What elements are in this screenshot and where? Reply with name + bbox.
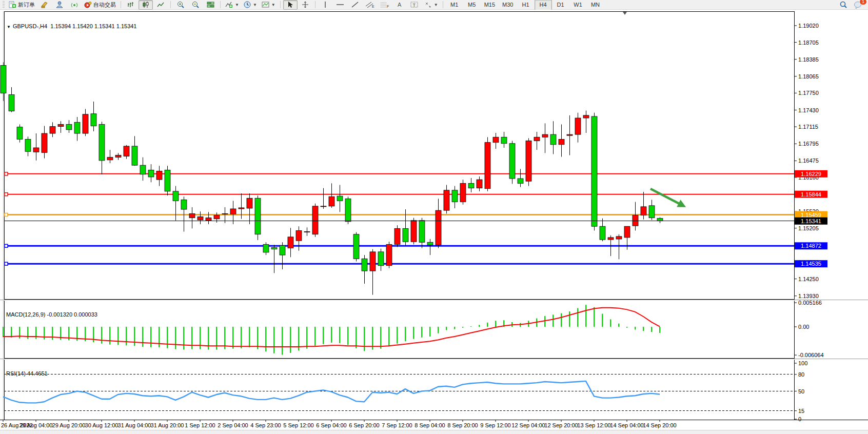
text-icon: A bbox=[397, 1, 403, 8]
svg-text:4 Sep 23:00: 4 Sep 23:00 bbox=[250, 422, 281, 428]
svg-text:1.14250: 1.14250 bbox=[798, 276, 819, 282]
svg-text:1.14872: 1.14872 bbox=[801, 243, 821, 249]
dropdown-arrow-icon: ▼ bbox=[235, 3, 239, 7]
horizontal-line-button[interactable] bbox=[333, 0, 347, 10]
svg-text:29 Aug 20:00: 29 Aug 20:00 bbox=[52, 422, 86, 428]
toolbar-separator bbox=[315, 1, 315, 8]
text-button[interactable]: A bbox=[392, 0, 407, 10]
svg-text:1.18065: 1.18065 bbox=[798, 73, 819, 80]
svg-text:14 Sep 04:00: 14 Sep 04:00 bbox=[610, 422, 643, 428]
svg-text:100: 100 bbox=[798, 360, 807, 366]
svg-text:30 Aug 12:00: 30 Aug 12:00 bbox=[85, 422, 119, 428]
search-button[interactable] bbox=[836, 0, 851, 10]
svg-text:12 Sep 04:00: 12 Sep 04:00 bbox=[511, 422, 545, 428]
new-order-label: 新订单 bbox=[18, 1, 35, 9]
timeframe-group: M1M5M15M30H1H4D1W1MN bbox=[446, 0, 604, 10]
svg-text:1.18705: 1.18705 bbox=[798, 40, 819, 46]
timeframe-w1-button[interactable]: W1 bbox=[569, 0, 587, 10]
svg-text:31 Aug 04:00: 31 Aug 04:00 bbox=[118, 422, 151, 428]
cursor-button[interactable] bbox=[283, 0, 298, 10]
svg-text:0.00: 0.00 bbox=[798, 324, 809, 330]
svg-text:0: 0 bbox=[798, 416, 801, 422]
trendline-button[interactable] bbox=[348, 0, 362, 10]
svg-text:1.18385: 1.18385 bbox=[798, 56, 819, 63]
svg-text:1 Sep 12:00: 1 Sep 12:00 bbox=[185, 422, 215, 428]
template-icon bbox=[262, 1, 269, 8]
svg-text:-0.006064: -0.006064 bbox=[798, 352, 824, 358]
svg-text:29 Aug 04:00: 29 Aug 04:00 bbox=[19, 422, 53, 428]
vertical-line-icon bbox=[323, 1, 328, 8]
svg-text:1.16475: 1.16475 bbox=[798, 157, 819, 164]
tile-windows-icon bbox=[207, 1, 214, 8]
svg-text:8 Sep 04:00: 8 Sep 04:00 bbox=[415, 422, 445, 428]
person-icon bbox=[56, 1, 64, 8]
timeframe-h4-button[interactable]: H4 bbox=[535, 0, 552, 10]
toolbar-separator bbox=[280, 1, 281, 8]
svg-text:2 Sep 04:00: 2 Sep 04:00 bbox=[218, 422, 248, 428]
svg-text:1.17750: 1.17750 bbox=[798, 90, 819, 96]
timeframe-mn-button[interactable]: MN bbox=[587, 0, 604, 10]
zoom-in-button[interactable] bbox=[173, 0, 188, 10]
cursor-icon bbox=[287, 1, 293, 8]
svg-text:1.13930: 1.13930 bbox=[798, 293, 819, 299]
svg-text:31 Aug 20:00: 31 Aug 20:00 bbox=[151, 422, 184, 428]
svg-text:1.17430: 1.17430 bbox=[798, 107, 819, 113]
status-strip bbox=[0, 430, 868, 434]
bar-chart-button[interactable] bbox=[124, 0, 138, 10]
new-order-button[interactable]: 新订单 bbox=[7, 0, 37, 10]
timeframe-m1-button[interactable]: M1 bbox=[446, 0, 463, 10]
search-icon bbox=[839, 1, 847, 9]
svg-text:A: A bbox=[398, 2, 402, 8]
horizontal-line-icon bbox=[336, 1, 344, 8]
periods-button[interactable]: ▼ bbox=[242, 0, 259, 10]
clock-icon bbox=[244, 1, 251, 8]
profile-button[interactable] bbox=[52, 0, 67, 10]
symbol-caret-icon: ▼ bbox=[7, 25, 11, 29]
signal-button[interactable] bbox=[67, 0, 82, 10]
svg-text:1.15844: 1.15844 bbox=[801, 191, 821, 198]
auto-trading-label: 自动交易 bbox=[93, 1, 116, 9]
svg-text:50: 50 bbox=[798, 388, 804, 394]
toolbar-grip[interactable] bbox=[3, 1, 5, 8]
timeframe-m30-button[interactable]: M30 bbox=[499, 0, 517, 10]
chart-window[interactable]: 1.190201.187051.183851.180651.177501.174… bbox=[0, 10, 868, 434]
line-chart-button[interactable] bbox=[153, 0, 168, 10]
toolbar-separator bbox=[443, 1, 443, 8]
timeframe-d1-button[interactable]: D1 bbox=[552, 0, 569, 10]
svg-text:1.15341: 1.15341 bbox=[801, 218, 821, 224]
crosshair-button[interactable] bbox=[298, 0, 312, 10]
svg-text:5 Sep 12:00: 5 Sep 12:00 bbox=[283, 422, 313, 428]
text-label-button[interactable]: T bbox=[407, 0, 422, 10]
vertical-line-button[interactable] bbox=[318, 0, 332, 10]
macd-indicator-label: MACD(12,26,9) -0.001320 0.000033 bbox=[6, 311, 97, 318]
channel-icon: E bbox=[365, 1, 374, 8]
svg-text:80: 80 bbox=[798, 371, 804, 378]
signal-icon bbox=[71, 1, 78, 8]
auto-trading-button[interactable]: 自动交易 bbox=[82, 0, 118, 10]
equidistant-channel-button[interactable]: E bbox=[363, 0, 377, 10]
indicators-button[interactable]: ▼ bbox=[223, 0, 241, 10]
bar-chart-icon bbox=[127, 1, 134, 8]
crosshair-icon bbox=[302, 1, 309, 8]
timeframe-h1-button[interactable]: H1 bbox=[517, 0, 535, 10]
tile-windows-button[interactable] bbox=[203, 0, 218, 10]
svg-text:9 Sep 12:00: 9 Sep 12:00 bbox=[480, 422, 510, 428]
auto-trading-icon bbox=[84, 1, 92, 8]
chart-canvas[interactable]: 1.190201.187051.183851.180651.177501.174… bbox=[0, 10, 868, 434]
svg-text:E: E bbox=[372, 5, 374, 8]
timeframe-m15-button[interactable]: M15 bbox=[481, 0, 499, 10]
text-label-icon: T bbox=[410, 1, 419, 8]
styler-button[interactable] bbox=[37, 0, 52, 10]
mt4-terminal-window: { "toolbar": { "new_order_label": "新订单",… bbox=[0, 0, 868, 434]
fibonacci-button[interactable]: F bbox=[378, 0, 392, 10]
svg-text:8 Sep 20:00: 8 Sep 20:00 bbox=[447, 422, 478, 428]
svg-text:1.15459: 1.15459 bbox=[801, 212, 821, 218]
notifications-button[interactable]: 1 bbox=[851, 0, 865, 10]
arrows-button[interactable]: ▼ bbox=[422, 0, 440, 10]
templates-button[interactable]: ▼ bbox=[260, 0, 278, 10]
candlestick-chart-button[interactable] bbox=[139, 0, 153, 10]
timeframe-m5-button[interactable]: M5 bbox=[463, 0, 481, 10]
svg-text:1.16795: 1.16795 bbox=[798, 141, 819, 147]
zoom-out-button[interactable] bbox=[188, 0, 203, 10]
line-chart-icon bbox=[157, 1, 164, 8]
